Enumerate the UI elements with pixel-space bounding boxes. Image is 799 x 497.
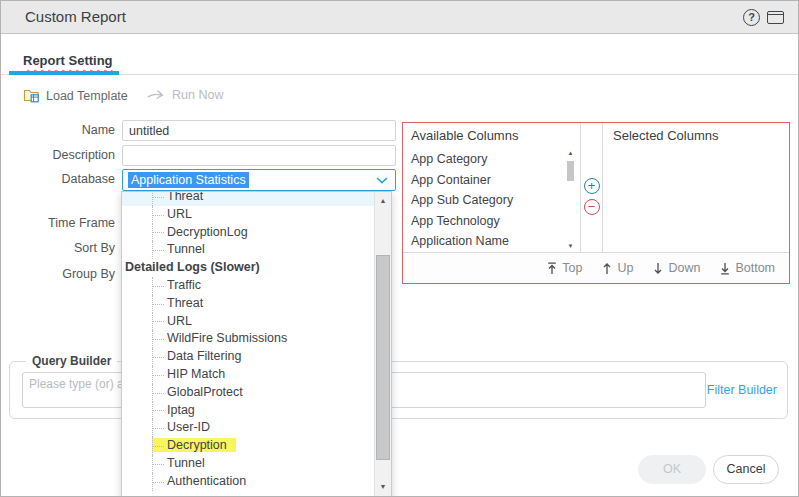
chevron-down-icon	[376, 177, 388, 184]
database-selected-value: Application Statistics	[128, 172, 249, 188]
available-column-item[interactable]: App Technology	[403, 211, 580, 232]
sort-by-label: Sort By	[1, 238, 115, 259]
available-column-item[interactable]: App Container	[403, 170, 580, 191]
load-template-button[interactable]: Load Template	[23, 88, 128, 103]
available-columns-section: Available Columns App CategoryApp Contai…	[403, 123, 581, 252]
dropdown-option[interactable]: URL	[122, 313, 374, 331]
database-select[interactable]: Application Statistics	[122, 169, 396, 191]
scrollbar-thumb[interactable]	[567, 161, 574, 181]
available-columns-list: App CategoryApp ContainerApp Sub Categor…	[403, 149, 580, 252]
dropdown-option-label: WildFire Submissions	[167, 331, 287, 345]
dropdown-option[interactable]: Tunnel	[122, 241, 374, 259]
scroll-up-icon[interactable]: ▲	[375, 197, 391, 204]
arrow-down-icon	[653, 262, 663, 275]
available-columns-header: Available Columns	[403, 123, 580, 149]
dropdown-option[interactable]: Threat	[122, 295, 374, 313]
dropdown-option-label: DecryptionLog	[167, 225, 248, 239]
move-up-button[interactable]: Up	[602, 261, 633, 275]
tab-divider	[1, 74, 798, 75]
scroll-down-icon[interactable]: ▼	[565, 243, 576, 249]
run-now-button[interactable]: Run Now	[147, 88, 223, 102]
load-template-icon	[23, 88, 40, 103]
help-icon[interactable]: ?	[743, 9, 760, 26]
move-top-label: Top	[562, 261, 582, 275]
arrow-to-bottom-icon	[720, 262, 730, 275]
dropdown-option[interactable]: Data Filtering	[122, 348, 374, 366]
database-label: Database	[1, 169, 115, 190]
dropdown-option[interactable]: HIP Match	[122, 366, 374, 384]
run-now-arrow-icon	[147, 89, 166, 101]
dropdown-option-label: User-ID	[167, 420, 210, 434]
dropdown-option-label: Authentication	[167, 474, 246, 488]
dropdown-option[interactable]: Traffic	[122, 277, 374, 295]
group-by-label: Group By	[1, 264, 115, 285]
arrow-to-top-icon	[547, 262, 557, 275]
move-down-button[interactable]: Down	[653, 261, 700, 275]
dropdown-option-label: Iptag	[167, 403, 195, 417]
move-up-label: Up	[617, 261, 633, 275]
name-label: Name	[1, 120, 115, 141]
columns-transfer-controls: + −	[581, 123, 603, 252]
available-column-item[interactable]: App Category	[403, 149, 580, 170]
move-bottom-label: Bottom	[735, 261, 775, 275]
query-builder-legend: Query Builder	[26, 354, 117, 368]
dropdown-group-header: Detailed Logs (Slower)	[122, 259, 374, 277]
description-input[interactable]	[122, 145, 396, 166]
dropdown-option[interactable]: Iptag	[122, 402, 374, 420]
filter-builder-link[interactable]: Filter Builder	[707, 383, 777, 397]
available-column-item[interactable]: Application Name	[403, 231, 580, 252]
titlebar: Custom Report ?	[1, 1, 798, 34]
titlebar-icons: ?	[743, 9, 784, 26]
dropdown-option[interactable]: WildFire Submissions	[122, 330, 374, 348]
column-order-toolbar: Top Up Down Bottom	[403, 252, 789, 283]
database-dropdown-list: ThreatURLDecryptionLogTunnelDetailed Log…	[122, 191, 374, 491]
ok-button[interactable]: OK	[638, 455, 706, 484]
window-icon[interactable]	[767, 11, 784, 24]
time-frame-label: Time Frame	[1, 213, 115, 234]
dropdown-scrollbar[interactable]: ▲ ▼	[374, 192, 391, 497]
selected-columns-header: Selected Columns	[603, 123, 789, 149]
dropdown-option-label: Data Filtering	[167, 349, 241, 363]
move-down-label: Down	[668, 261, 700, 275]
dropdown-option-label: Decryption	[167, 438, 236, 452]
scrollbar-thumb[interactable]	[376, 255, 390, 460]
window-icon-bar	[768, 14, 783, 15]
dropdown-option-label: Threat	[167, 191, 203, 203]
dropdown-option[interactable]: Tunnel	[122, 455, 374, 473]
available-columns-scrollbar[interactable]: ▲ ▼	[565, 150, 576, 249]
tab-active-indicator	[9, 71, 119, 75]
custom-report-dialog: Custom Report ? Report Setting Load Temp…	[0, 0, 799, 497]
scroll-up-icon[interactable]: ▲	[565, 150, 576, 156]
dropdown-option-label: URL	[167, 314, 192, 328]
dropdown-option[interactable]: DecryptionLog	[122, 224, 374, 242]
dialog-title: Custom Report	[25, 1, 126, 33]
selected-columns-section: Selected Columns	[603, 123, 789, 252]
dropdown-option[interactable]: Decryption	[122, 437, 374, 455]
dropdown-option-label: Tunnel	[167, 242, 205, 256]
description-label: Description	[1, 145, 115, 166]
cancel-button[interactable]: Cancel	[713, 455, 779, 484]
scroll-down-icon[interactable]: ▼	[375, 483, 391, 490]
columns-panel-body: Available Columns App CategoryApp Contai…	[403, 123, 789, 252]
dropdown-option-label: Threat	[167, 296, 203, 310]
add-column-button[interactable]: +	[584, 178, 600, 194]
dropdown-option[interactable]: User-ID	[122, 419, 374, 437]
tab-report-setting[interactable]: Report Setting	[23, 53, 113, 68]
dropdown-option[interactable]: Threat	[122, 191, 374, 206]
name-input[interactable]	[122, 120, 396, 141]
move-top-button[interactable]: Top	[547, 261, 582, 275]
arrow-up-icon	[602, 262, 612, 275]
run-now-label: Run Now	[172, 88, 223, 102]
move-bottom-button[interactable]: Bottom	[720, 261, 775, 275]
database-dropdown: ThreatURLDecryptionLogTunnelDetailed Log…	[121, 191, 392, 497]
dropdown-option-label: Detailed Logs (Slower)	[125, 260, 260, 274]
dropdown-option[interactable]: GlobalProtect	[122, 384, 374, 402]
dropdown-option-label: Tunnel	[167, 456, 205, 470]
available-column-item[interactable]: App Sub Category	[403, 190, 580, 211]
dropdown-option-label: URL	[167, 207, 192, 221]
columns-panel: Available Columns App CategoryApp Contai…	[402, 122, 790, 284]
dropdown-option-label: Traffic	[167, 278, 201, 292]
dropdown-option[interactable]: URL	[122, 206, 374, 224]
dropdown-option[interactable]: Authentication	[122, 473, 374, 491]
remove-column-button[interactable]: −	[584, 199, 600, 215]
